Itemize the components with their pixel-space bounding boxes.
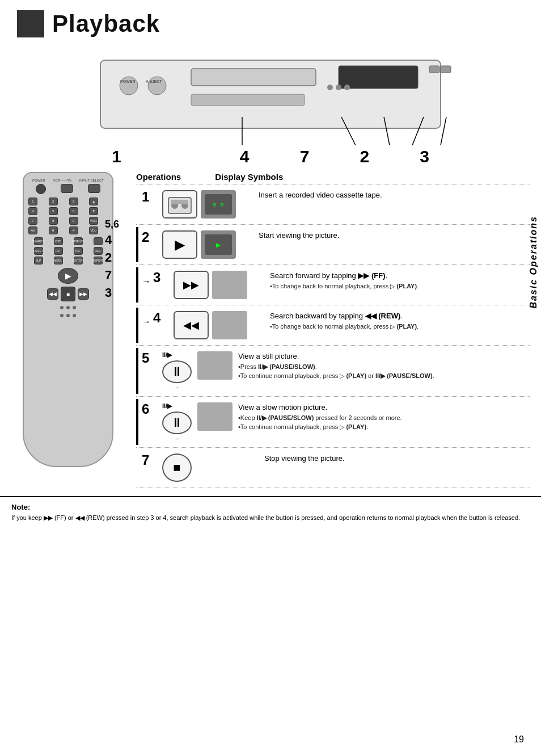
remote-power-btn[interactable] <box>36 184 46 194</box>
step-6-display <box>197 402 233 431</box>
remote-dot-3 <box>73 306 76 309</box>
remote-btn-2[interactable]: 2 <box>49 198 58 205</box>
remote-display-btn[interactable]: DISPLAY <box>74 237 83 245</box>
remote-btn-up[interactable]: ▲ <box>89 198 98 205</box>
step-2-text: Start viewing the picture. <box>259 230 530 242</box>
step-6-wrapper: 6 II/▶ ⏸ → View a slow motion picture. •… <box>136 399 530 445</box>
diagram-numbers: 1 4 7 2 3 <box>78 147 463 166</box>
step-1-main: Insert a recorded video cassette tape. <box>259 190 530 200</box>
remote-extra-btn[interactable] <box>94 237 103 245</box>
remote-enter-btn[interactable]: ENTER <box>74 257 83 264</box>
step-6-sub1: •Keep II/▶ (PAUSE/SLOW) pressed for 2 se… <box>238 414 530 422</box>
step-7-wrapper: 7 ■ Stop viewing the picture. <box>136 450 530 485</box>
remote-input-btn[interactable] <box>88 184 100 193</box>
step-5-bar <box>136 348 138 394</box>
page-title: Playback <box>52 10 160 37</box>
step-1-wrapper: 1 ⊙ ⊙ Insert a recorded video cassette t… <box>136 187 530 222</box>
step-6-bar <box>136 399 138 445</box>
remote-stop-btn[interactable]: ■ <box>61 287 75 301</box>
remote-play-btn[interactable]: ▶ <box>58 268 78 284</box>
remote-ps2-btn[interactable]: PS↓ <box>74 247 83 255</box>
vcr-diagram: POWER A.EJECT 1 4 7 2 3 <box>78 49 463 166</box>
remote-btn-voldown[interactable]: VOL- <box>89 226 98 234</box>
step-5-sub2: •To continue normal playback, press ▷ (P… <box>238 372 530 380</box>
side-label-7: 7 <box>105 267 119 284</box>
step-5-sub1: •Press II/▶ (PAUSE/SLOW). <box>238 363 530 371</box>
remote-menu-btn[interactable]: MENU <box>54 257 63 264</box>
step-5-wrapper: 5 II/▶ ⏸ → View a still picture. •Press … <box>136 348 530 394</box>
svg-point-10 <box>336 85 341 90</box>
remote-dot-1 <box>60 306 64 309</box>
step-3-sub: •To change back to normal playback, pres… <box>270 282 530 291</box>
step-4-wrapper: → 4 ◀◀ Search backward by tapping ◀◀ (RE… <box>136 308 530 343</box>
remote-ff-btn[interactable]: ▶▶ <box>78 288 89 300</box>
remote-btn-down[interactable]: ▼ <box>89 207 98 215</box>
remote-dot-4 <box>60 314 64 317</box>
step-2-images: ▶ ▶ <box>162 230 253 259</box>
step-5-btn-label: II/▶ <box>162 351 172 359</box>
svg-rect-8 <box>441 66 451 73</box>
remote-btn-6[interactable]: 6 <box>69 207 78 215</box>
step-2-bar <box>136 227 138 262</box>
step-2-wrapper: 2 ▶ ▶ Start viewing the picture. <box>136 227 530 262</box>
remote-search-btn[interactable]: SEARCH <box>34 237 43 245</box>
step-7-images: ■ <box>162 453 253 482</box>
ops-col-display: Display Symbols <box>215 172 283 182</box>
remote-repeat-btn[interactable]: REPEAT <box>94 257 103 264</box>
remote-btn-dash[interactable]: ·/- <box>69 226 78 234</box>
step-6: 6 II/▶ ⏸ → View a slow motion picture. •… <box>142 399 530 445</box>
diag-num-4: 4 <box>240 147 250 166</box>
step-5-main: View a still picture. <box>238 351 530 362</box>
step-6-number: 6 <box>142 402 158 416</box>
step-5-icon: ⏸ <box>162 360 192 383</box>
diag-num-1: 1 <box>112 147 121 166</box>
remote-reset-btn[interactable]: RESET <box>34 247 43 255</box>
remote-rec-btn[interactable]: REC <box>94 247 103 255</box>
page-header: Playback <box>0 0 541 43</box>
remote-m1[interactable]: SLP <box>34 257 43 264</box>
step-5-arrow-label: → <box>162 385 192 390</box>
remote-btn-4[interactable]: 4 <box>28 207 37 215</box>
step-1-text: Insert a recorded video cassette tape. <box>259 190 530 201</box>
step-3-number: 3 <box>153 271 169 284</box>
svg-rect-7 <box>429 66 439 73</box>
page-number: 19 <box>514 734 524 745</box>
svg-line-17 <box>441 117 446 145</box>
step-2-icon: ▶ <box>162 230 197 259</box>
step-3-arrow: → <box>142 276 151 287</box>
remote-osd-btn[interactable]: OSD <box>54 237 63 245</box>
side-label-3: 3 <box>105 284 119 302</box>
step-4-sub: •To change back to normal playback, pres… <box>270 322 530 331</box>
remote-btn-av[interactable]: AV <box>28 226 37 234</box>
step-7-main: Stop viewing the picture. <box>264 453 530 464</box>
remote-btn-3[interactable]: 3 <box>69 198 78 205</box>
remote-ps-btn[interactable]: PS↑ <box>54 247 63 255</box>
step-5: 5 II/▶ ⏸ → View a still picture. •Press … <box>142 348 530 394</box>
remote-vcr-btn[interactable] <box>61 184 73 193</box>
remote-btn-1[interactable]: 1 <box>28 198 37 205</box>
remote-input-label: INPUT SELECT <box>79 179 104 182</box>
remote-rew-btn[interactable]: ◀◀ <box>47 288 58 300</box>
remote-btn-7[interactable]: 7 <box>28 217 37 225</box>
step-7-text: Stop viewing the picture. <box>264 453 530 465</box>
remote-side-numbers: 5,6 4 2 7 3 <box>105 217 119 301</box>
step-5-number: 5 <box>142 351 158 365</box>
remote-btn-8[interactable]: 8 <box>49 217 58 225</box>
remote-btn-0[interactable]: 0 <box>49 226 58 234</box>
remote-container: POWER VCR——TV INPUT SELECT 1 2 3 ▲ 4 5 6… <box>11 172 125 490</box>
ops-header: Operations Display Symbols <box>136 172 530 182</box>
remote-btn-volup[interactable]: VOL+ <box>89 217 98 225</box>
step-5-display <box>197 351 233 380</box>
step-4-display <box>212 311 247 339</box>
step-2-display: ▶ <box>201 230 236 259</box>
step-7: 7 ■ Stop viewing the picture. <box>142 450 530 485</box>
svg-text:POWER: POWER <box>120 79 135 83</box>
step-6-btn-label: II/▶ <box>162 402 172 410</box>
svg-rect-21 <box>171 200 188 204</box>
remote-btn-5[interactable]: 5 <box>49 207 58 215</box>
svg-rect-12 <box>191 94 305 106</box>
remote-btn-9[interactable]: 9 <box>69 217 78 225</box>
step-3-text: Search forward by tapping ▶▶ (FF). •To c… <box>270 271 530 291</box>
svg-point-9 <box>327 85 333 90</box>
step-4-bar <box>136 308 138 343</box>
